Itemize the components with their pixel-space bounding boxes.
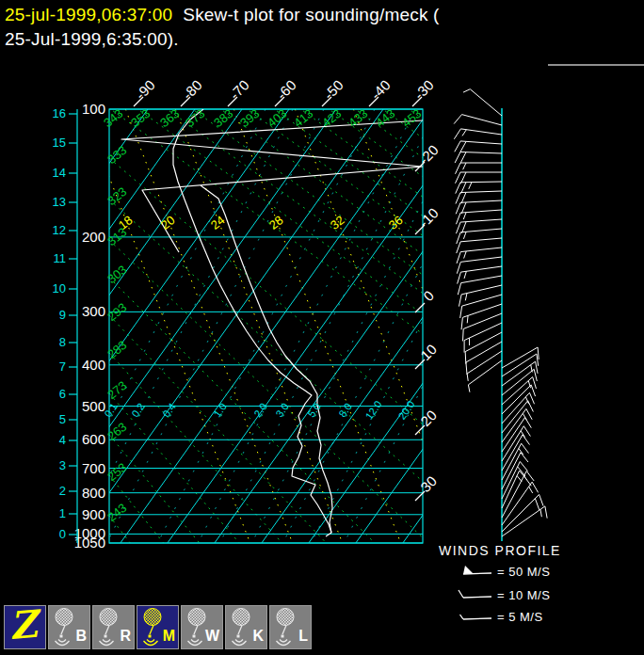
svg-text:0.4: 0.4 <box>160 401 178 419</box>
svg-text:383: 383 <box>211 106 235 130</box>
wind-barb <box>456 219 502 233</box>
svg-text:5: 5 <box>59 412 66 426</box>
svg-text:1050: 1050 <box>74 535 105 551</box>
svg-text:-10: -10 <box>415 204 441 230</box>
svg-text:8.0: 8.0 <box>336 401 354 419</box>
svg-text:11: 11 <box>54 251 67 265</box>
svg-text:10: 10 <box>53 281 66 296</box>
svg-text:453: 453 <box>399 106 424 130</box>
svg-text:403: 403 <box>265 106 289 130</box>
button-letter: M <box>163 628 175 645</box>
svg-text:6: 6 <box>59 387 66 401</box>
svg-text:12: 12 <box>53 223 66 237</box>
mixing-ratio-line <box>283 109 501 543</box>
top-temp-axis: -90-80-70-60-50-40-30 <box>132 76 436 106</box>
svg-text:24: 24 <box>208 213 228 232</box>
pressure-lines <box>109 109 423 543</box>
sounding-button-r[interactable]: R <box>92 605 135 649</box>
svg-text:273: 273 <box>105 378 129 402</box>
dry-adiabat-line <box>315 100 644 466</box>
isotherm-line <box>0 109 148 543</box>
svg-text:373: 373 <box>183 106 207 130</box>
svg-text:1: 1 <box>59 506 66 520</box>
button-letter: R <box>120 628 131 645</box>
svg-text:300: 300 <box>82 303 105 319</box>
svg-text:-40: -40 <box>367 76 393 102</box>
svg-text:12.0: 12.0 <box>363 398 384 421</box>
isotherms <box>0 109 644 543</box>
balloon-icon <box>52 607 76 648</box>
svg-text:333: 333 <box>105 143 129 167</box>
zeb-logo-button[interactable]: Z <box>4 605 46 649</box>
sounding-button-b[interactable]: B <box>48 605 90 649</box>
svg-text:400: 400 <box>82 357 105 373</box>
balloon-icon <box>140 607 165 648</box>
isotherm-line <box>356 109 644 543</box>
sounding-button-m[interactable]: M <box>137 605 179 649</box>
svg-text:14: 14 <box>53 166 66 180</box>
svg-text:-30: -30 <box>411 76 436 102</box>
dry-adiabats <box>97 100 644 655</box>
svg-text:283: 283 <box>105 338 129 361</box>
svg-text:443: 443 <box>373 106 397 130</box>
isotherm-line <box>0 109 195 543</box>
glitch-trace <box>121 120 423 252</box>
isotherm-line <box>215 109 524 543</box>
legend-label-10ms: = 10 M/S <box>497 589 550 601</box>
svg-text:303: 303 <box>105 263 129 286</box>
mixing-ratio-line <box>345 109 562 543</box>
sounding-button-k[interactable]: K <box>225 605 267 649</box>
svg-text:363: 363 <box>157 106 182 130</box>
mixing-ratio-line <box>49 109 266 543</box>
svg-text:-60: -60 <box>273 76 298 102</box>
wind-barb <box>463 89 502 116</box>
wind-barb <box>455 152 502 163</box>
mixing-labels: 0.10.20.41.02.03.05.08.012.020.0 <box>102 398 416 421</box>
svg-text:-70: -70 <box>226 76 251 102</box>
svg-text:30: 30 <box>417 472 440 495</box>
legend-row-10ms: = 10 M/S <box>458 586 550 601</box>
button-letter: W <box>205 628 219 645</box>
svg-text:700: 700 <box>82 460 105 476</box>
wind-barb <box>459 285 502 307</box>
wind-barb <box>468 360 502 392</box>
zeb-logo: Z <box>8 601 39 647</box>
svg-text:28: 28 <box>266 213 286 232</box>
svg-text:353: 353 <box>128 106 153 130</box>
wind-barb <box>458 276 502 295</box>
svg-text:7: 7 <box>59 359 66 374</box>
wind-barb <box>464 323 502 353</box>
dry-adiabat-line <box>342 100 644 466</box>
svg-text:15: 15 <box>53 136 66 150</box>
sounding-button-w[interactable]: W <box>181 605 223 649</box>
svg-text:4: 4 <box>59 433 66 447</box>
right-temp-axis: -20-100102030 <box>415 141 442 501</box>
svg-text:20: 20 <box>417 407 440 429</box>
svg-text:1.0: 1.0 <box>211 401 229 419</box>
isotherm-line <box>0 109 289 543</box>
full-barb-icon <box>458 588 493 601</box>
svg-text:500: 500 <box>82 398 105 414</box>
isotherm-line <box>0 109 7 543</box>
adiabat-labels: 3433533633733833934034134234334434533333… <box>101 106 424 524</box>
sounding-button-l[interactable]: L <box>269 605 312 649</box>
svg-text:10: 10 <box>417 341 440 363</box>
mixing-ratio-line <box>199 109 416 543</box>
wind-barb <box>463 313 502 341</box>
svg-text:253: 253 <box>105 460 129 484</box>
half-barb-icon <box>458 610 493 623</box>
wind-barb <box>454 129 502 139</box>
balloon-icon <box>273 607 298 648</box>
svg-text:2: 2 <box>59 484 66 498</box>
svg-text:293: 293 <box>105 300 129 324</box>
wind-barb <box>454 115 502 125</box>
dry-adiabat-line <box>109 315 599 655</box>
svg-text:3: 3 <box>59 458 66 472</box>
wind-barb <box>467 351 502 381</box>
svg-text:600: 600 <box>82 431 105 447</box>
isotherm-line <box>0 109 54 543</box>
moist-adiabat-line <box>233 109 400 543</box>
wind-barb <box>502 494 543 532</box>
wind-barb <box>455 141 502 152</box>
wind-barb <box>466 342 502 375</box>
